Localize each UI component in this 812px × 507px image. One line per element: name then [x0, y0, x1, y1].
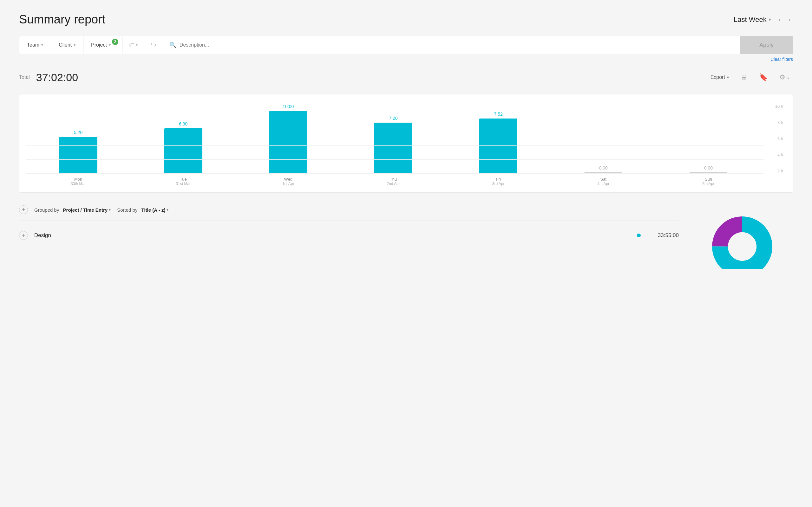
- export-label: Export: [711, 74, 725, 80]
- grouping-chevron-icon: ▾: [109, 208, 111, 212]
- donut-section: [692, 205, 793, 269]
- client-filter-label: Client: [59, 42, 72, 48]
- grouping-prefix: Grouped by: [34, 207, 59, 213]
- client-chevron-icon: ▾: [73, 43, 75, 47]
- header-right: Last Week ▾ ‹ ›: [734, 14, 793, 24]
- search-icon: 🔍: [169, 42, 176, 49]
- client-filter-button[interactable]: Client ▾: [51, 36, 84, 54]
- grid-line-bottom: [26, 173, 764, 174]
- y-label-8h: 8 h: [777, 120, 783, 125]
- chart-container: 10 h 8 h 6 h 4 h 2 h 5:20 6:30 10:00: [19, 94, 793, 193]
- team-filter-button[interactable]: Team ▾: [19, 36, 51, 54]
- billable-icon: ↩: [151, 41, 156, 49]
- date-range-selector[interactable]: Last Week ▾: [734, 15, 771, 24]
- date-range-label: Last Week: [734, 15, 767, 24]
- tags-chevron-icon: ▾: [136, 43, 138, 47]
- sort-chevron-icon: ▾: [166, 208, 168, 212]
- page-title: Summary report: [19, 13, 105, 26]
- chart-grid: [26, 104, 764, 173]
- settings-icon: ⚙: [779, 73, 785, 81]
- x-label-sun: Sun 5th Apr: [656, 177, 761, 186]
- sort-value: Title (A - z): [142, 207, 165, 213]
- tags-icon: 🏷: [129, 42, 135, 49]
- donut-hole: [728, 232, 757, 261]
- grid-line-3: [26, 146, 764, 146]
- table-divider: [19, 221, 679, 221]
- grid-line-2: [26, 132, 764, 132]
- table-section: + Grouped by Project / Time Entry ▾ Sort…: [19, 205, 679, 245]
- clear-filters-area: Clear filters: [19, 57, 793, 62]
- team-filter-label: Team: [27, 42, 39, 48]
- y-label-2h: 2 h: [777, 169, 783, 173]
- grouping-bar: + Grouped by Project / Time Entry ▾ Sort…: [19, 205, 679, 214]
- nav-prev-button[interactable]: ‹: [776, 14, 783, 24]
- export-button[interactable]: Export ▾: [711, 74, 729, 80]
- x-axis: Mon 30th Mar Tue 31st Mar Wed 1st Apr Th…: [26, 177, 783, 186]
- row-time: 33:55:00: [647, 232, 679, 239]
- clear-filters-link[interactable]: Clear filters: [770, 57, 793, 62]
- grid-line-4: [26, 159, 764, 160]
- export-chevron-icon: ▾: [727, 75, 729, 79]
- total-actions: Export ▾ 🖨 🔖 ⚙ ▾: [711, 71, 793, 84]
- page-header: Summary report Last Week ▾ ‹ ›: [19, 13, 793, 26]
- total-left: Total 37:02:00: [19, 71, 78, 83]
- grouping-value: Project / Time Entry: [63, 207, 108, 213]
- row-dot: [637, 233, 641, 237]
- y-label-10h: 10 h: [775, 104, 783, 109]
- table-row: + Design 33:55:00: [19, 226, 679, 245]
- sort-selector[interactable]: Sorted by Title (A - z) ▾: [117, 207, 168, 213]
- print-icon: 🖨: [741, 73, 748, 81]
- x-label-sat: Sat 4th Apr: [551, 177, 656, 186]
- filter-bar-wrapper: Team ▾ Client ▾ Project ▾ 2 🏷 ▾ ↩ 🔍 Appl…: [19, 36, 793, 54]
- project-chevron-icon: ▾: [109, 43, 111, 47]
- y-label-4h: 4 h: [777, 153, 783, 157]
- x-label-tue: Tue 31st Mar: [131, 177, 236, 186]
- row-expand-button[interactable]: +: [19, 231, 28, 240]
- filter-bar: Team ▾ Client ▾ Project ▾ 2 🏷 ▾ ↩ 🔍 Appl…: [19, 36, 793, 54]
- project-filter-label: Project: [91, 42, 107, 48]
- x-label-wed: Wed 1st Apr: [236, 177, 341, 186]
- y-label-6h: 6 h: [777, 136, 783, 141]
- donut-wrapper: [692, 205, 793, 269]
- total-label: Total: [19, 74, 30, 80]
- bottom-section: + Grouped by Project / Time Entry ▾ Sort…: [19, 205, 793, 269]
- search-area: 🔍: [163, 42, 740, 49]
- x-label-thu: Thu 2nd Apr: [341, 177, 446, 186]
- x-label-fri: Fri 3rd Apr: [446, 177, 551, 186]
- search-input[interactable]: [180, 42, 734, 48]
- sort-prefix: Sorted by: [117, 207, 137, 213]
- settings-button[interactable]: ⚙ ▾: [775, 71, 793, 84]
- grouping-selector[interactable]: Grouped by Project / Time Entry ▾: [34, 207, 111, 213]
- bookmark-button[interactable]: 🔖: [755, 71, 771, 84]
- bookmark-icon: 🔖: [759, 73, 768, 81]
- nav-arrows: ‹ ›: [776, 14, 793, 24]
- row-label: Design: [34, 232, 630, 239]
- donut-chart: [701, 205, 783, 269]
- actions-divider: [733, 72, 733, 82]
- total-row: Total 37:02:00 Export ▾ 🖨 🔖 ⚙ ▾: [19, 68, 793, 87]
- team-chevron-icon: ▾: [41, 43, 43, 47]
- total-time: 37:02:00: [36, 71, 78, 83]
- project-filter-button[interactable]: Project ▾ 2: [84, 36, 122, 54]
- date-range-chevron-icon: ▾: [768, 16, 771, 22]
- print-button[interactable]: 🖨: [737, 71, 751, 84]
- nav-next-button[interactable]: ›: [786, 14, 793, 24]
- billable-filter-button[interactable]: ↩: [144, 36, 163, 54]
- add-group-button[interactable]: +: [19, 205, 28, 214]
- apply-button[interactable]: Apply: [740, 36, 793, 54]
- grid-line-top: [26, 104, 764, 104]
- x-label-mon: Mon 30th Mar: [26, 177, 131, 186]
- settings-chevron-icon: ▾: [787, 76, 789, 80]
- tags-filter-button[interactable]: 🏷 ▾: [122, 36, 144, 54]
- project-filter-badge: 2: [112, 39, 118, 45]
- y-axis: 10 h 8 h 6 h 4 h 2 h: [766, 104, 783, 173]
